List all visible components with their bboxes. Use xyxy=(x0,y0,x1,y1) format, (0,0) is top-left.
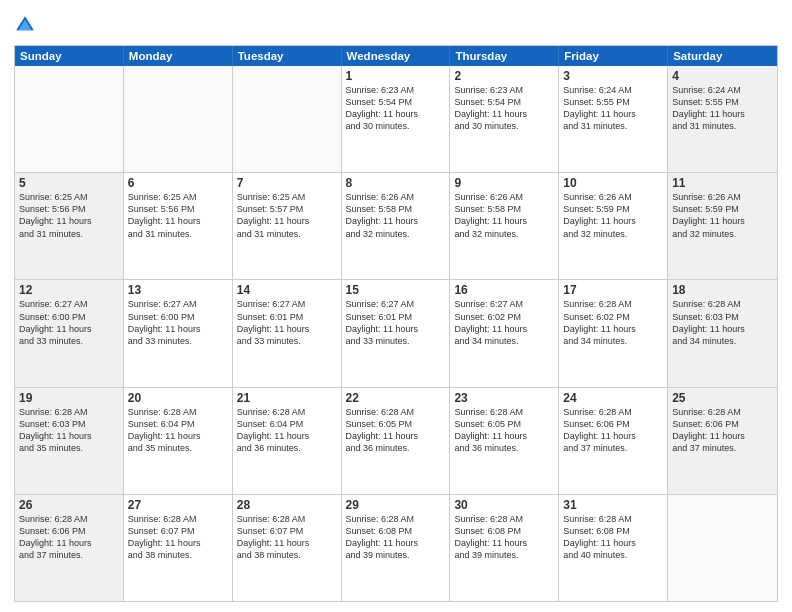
day-info: Sunrise: 6:26 AM Sunset: 5:59 PM Dayligh… xyxy=(672,191,773,240)
cal-cell: 5Sunrise: 6:25 AM Sunset: 5:56 PM Daylig… xyxy=(15,173,124,279)
day-info: Sunrise: 6:28 AM Sunset: 6:05 PM Dayligh… xyxy=(346,406,446,455)
day-number: 16 xyxy=(454,283,554,297)
cal-cell: 1Sunrise: 6:23 AM Sunset: 5:54 PM Daylig… xyxy=(342,66,451,172)
cal-cell: 31Sunrise: 6:28 AM Sunset: 6:08 PM Dayli… xyxy=(559,495,668,601)
day-number: 22 xyxy=(346,391,446,405)
day-number: 14 xyxy=(237,283,337,297)
cal-cell: 27Sunrise: 6:28 AM Sunset: 6:07 PM Dayli… xyxy=(124,495,233,601)
day-number: 25 xyxy=(672,391,773,405)
cal-cell: 23Sunrise: 6:28 AM Sunset: 6:05 PM Dayli… xyxy=(450,388,559,494)
day-number: 27 xyxy=(128,498,228,512)
cal-cell: 24Sunrise: 6:28 AM Sunset: 6:06 PM Dayli… xyxy=(559,388,668,494)
day-number: 8 xyxy=(346,176,446,190)
day-number: 1 xyxy=(346,69,446,83)
cal-cell: 18Sunrise: 6:28 AM Sunset: 6:03 PM Dayli… xyxy=(668,280,777,386)
day-number: 13 xyxy=(128,283,228,297)
cal-cell: 29Sunrise: 6:28 AM Sunset: 6:08 PM Dayli… xyxy=(342,495,451,601)
cal-cell: 4Sunrise: 6:24 AM Sunset: 5:55 PM Daylig… xyxy=(668,66,777,172)
cal-cell: 10Sunrise: 6:26 AM Sunset: 5:59 PM Dayli… xyxy=(559,173,668,279)
page: SundayMondayTuesdayWednesdayThursdayFrid… xyxy=(0,0,792,612)
day-number: 10 xyxy=(563,176,663,190)
day-info: Sunrise: 6:28 AM Sunset: 6:06 PM Dayligh… xyxy=(19,513,119,562)
day-number: 17 xyxy=(563,283,663,297)
day-number: 31 xyxy=(563,498,663,512)
day-number: 12 xyxy=(19,283,119,297)
cal-cell: 14Sunrise: 6:27 AM Sunset: 6:01 PM Dayli… xyxy=(233,280,342,386)
day-info: Sunrise: 6:27 AM Sunset: 6:02 PM Dayligh… xyxy=(454,298,554,347)
cal-cell xyxy=(233,66,342,172)
day-info: Sunrise: 6:24 AM Sunset: 5:55 PM Dayligh… xyxy=(563,84,663,133)
day-info: Sunrise: 6:25 AM Sunset: 5:56 PM Dayligh… xyxy=(19,191,119,240)
day-info: Sunrise: 6:26 AM Sunset: 5:58 PM Dayligh… xyxy=(346,191,446,240)
cal-row: 1Sunrise: 6:23 AM Sunset: 5:54 PM Daylig… xyxy=(15,66,777,172)
cal-cell: 13Sunrise: 6:27 AM Sunset: 6:00 PM Dayli… xyxy=(124,280,233,386)
day-number: 26 xyxy=(19,498,119,512)
logo xyxy=(14,14,39,36)
day-info: Sunrise: 6:28 AM Sunset: 6:02 PM Dayligh… xyxy=(563,298,663,347)
day-info: Sunrise: 6:28 AM Sunset: 6:08 PM Dayligh… xyxy=(346,513,446,562)
cal-cell: 30Sunrise: 6:28 AM Sunset: 6:08 PM Dayli… xyxy=(450,495,559,601)
day-info: Sunrise: 6:24 AM Sunset: 5:55 PM Dayligh… xyxy=(672,84,773,133)
calendar-header-row: SundayMondayTuesdayWednesdayThursdayFrid… xyxy=(15,46,777,66)
day-info: Sunrise: 6:28 AM Sunset: 6:03 PM Dayligh… xyxy=(672,298,773,347)
day-number: 24 xyxy=(563,391,663,405)
day-info: Sunrise: 6:27 AM Sunset: 6:01 PM Dayligh… xyxy=(346,298,446,347)
cal-header-cell: Tuesday xyxy=(233,46,342,66)
cal-cell xyxy=(15,66,124,172)
day-number: 19 xyxy=(19,391,119,405)
day-info: Sunrise: 6:28 AM Sunset: 6:06 PM Dayligh… xyxy=(563,406,663,455)
day-number: 20 xyxy=(128,391,228,405)
day-number: 3 xyxy=(563,69,663,83)
day-info: Sunrise: 6:28 AM Sunset: 6:08 PM Dayligh… xyxy=(454,513,554,562)
cal-row: 12Sunrise: 6:27 AM Sunset: 6:00 PM Dayli… xyxy=(15,279,777,386)
day-number: 21 xyxy=(237,391,337,405)
cal-header-cell: Saturday xyxy=(668,46,777,66)
day-info: Sunrise: 6:23 AM Sunset: 5:54 PM Dayligh… xyxy=(454,84,554,133)
day-info: Sunrise: 6:28 AM Sunset: 6:08 PM Dayligh… xyxy=(563,513,663,562)
cal-row: 19Sunrise: 6:28 AM Sunset: 6:03 PM Dayli… xyxy=(15,387,777,494)
cal-cell: 2Sunrise: 6:23 AM Sunset: 5:54 PM Daylig… xyxy=(450,66,559,172)
day-info: Sunrise: 6:28 AM Sunset: 6:03 PM Dayligh… xyxy=(19,406,119,455)
cal-cell: 20Sunrise: 6:28 AM Sunset: 6:04 PM Dayli… xyxy=(124,388,233,494)
cal-cell: 12Sunrise: 6:27 AM Sunset: 6:00 PM Dayli… xyxy=(15,280,124,386)
day-info: Sunrise: 6:28 AM Sunset: 6:05 PM Dayligh… xyxy=(454,406,554,455)
cal-cell: 17Sunrise: 6:28 AM Sunset: 6:02 PM Dayli… xyxy=(559,280,668,386)
cal-row: 26Sunrise: 6:28 AM Sunset: 6:06 PM Dayli… xyxy=(15,494,777,601)
day-info: Sunrise: 6:26 AM Sunset: 5:59 PM Dayligh… xyxy=(563,191,663,240)
day-info: Sunrise: 6:26 AM Sunset: 5:58 PM Dayligh… xyxy=(454,191,554,240)
cal-cell: 7Sunrise: 6:25 AM Sunset: 5:57 PM Daylig… xyxy=(233,173,342,279)
day-number: 9 xyxy=(454,176,554,190)
day-info: Sunrise: 6:28 AM Sunset: 6:07 PM Dayligh… xyxy=(128,513,228,562)
day-info: Sunrise: 6:23 AM Sunset: 5:54 PM Dayligh… xyxy=(346,84,446,133)
cal-cell: 28Sunrise: 6:28 AM Sunset: 6:07 PM Dayli… xyxy=(233,495,342,601)
header xyxy=(14,10,778,36)
day-number: 6 xyxy=(128,176,228,190)
cal-cell: 9Sunrise: 6:26 AM Sunset: 5:58 PM Daylig… xyxy=(450,173,559,279)
cal-header-cell: Sunday xyxy=(15,46,124,66)
cal-cell: 16Sunrise: 6:27 AM Sunset: 6:02 PM Dayli… xyxy=(450,280,559,386)
day-number: 30 xyxy=(454,498,554,512)
cal-cell: 25Sunrise: 6:28 AM Sunset: 6:06 PM Dayli… xyxy=(668,388,777,494)
calendar: SundayMondayTuesdayWednesdayThursdayFrid… xyxy=(14,45,778,602)
day-number: 11 xyxy=(672,176,773,190)
day-info: Sunrise: 6:27 AM Sunset: 6:00 PM Dayligh… xyxy=(128,298,228,347)
day-info: Sunrise: 6:25 AM Sunset: 5:56 PM Dayligh… xyxy=(128,191,228,240)
cal-header-cell: Monday xyxy=(124,46,233,66)
cal-cell: 26Sunrise: 6:28 AM Sunset: 6:06 PM Dayli… xyxy=(15,495,124,601)
day-info: Sunrise: 6:28 AM Sunset: 6:04 PM Dayligh… xyxy=(128,406,228,455)
day-number: 28 xyxy=(237,498,337,512)
day-number: 23 xyxy=(454,391,554,405)
day-number: 29 xyxy=(346,498,446,512)
cal-cell: 11Sunrise: 6:26 AM Sunset: 5:59 PM Dayli… xyxy=(668,173,777,279)
calendar-body: 1Sunrise: 6:23 AM Sunset: 5:54 PM Daylig… xyxy=(15,66,777,601)
day-info: Sunrise: 6:28 AM Sunset: 6:07 PM Dayligh… xyxy=(237,513,337,562)
day-number: 15 xyxy=(346,283,446,297)
cal-cell xyxy=(668,495,777,601)
day-number: 18 xyxy=(672,283,773,297)
cal-cell: 21Sunrise: 6:28 AM Sunset: 6:04 PM Dayli… xyxy=(233,388,342,494)
cal-cell: 15Sunrise: 6:27 AM Sunset: 6:01 PM Dayli… xyxy=(342,280,451,386)
cal-header-cell: Friday xyxy=(559,46,668,66)
cal-cell: 8Sunrise: 6:26 AM Sunset: 5:58 PM Daylig… xyxy=(342,173,451,279)
day-number: 2 xyxy=(454,69,554,83)
day-info: Sunrise: 6:25 AM Sunset: 5:57 PM Dayligh… xyxy=(237,191,337,240)
